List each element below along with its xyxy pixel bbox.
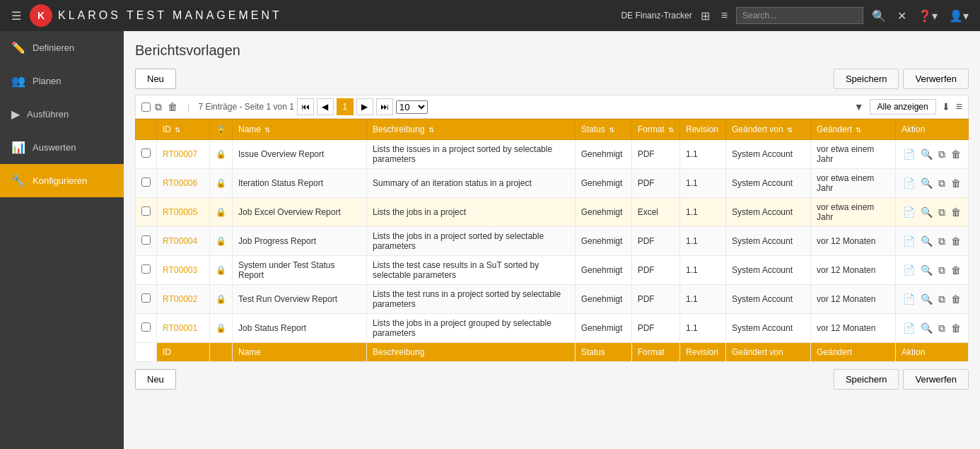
row-action-cell: 📄 🔍 ⧉ 🗑 <box>896 198 969 227</box>
grid-view-button[interactable]: ⊞ <box>698 6 713 25</box>
delete-button-RT00006[interactable]: 🗑 <box>950 176 962 190</box>
copy-button-RT00001[interactable]: ⧉ <box>937 321 947 336</box>
delete-button-RT00007[interactable]: 🗑 <box>950 147 962 161</box>
download-button-RT00003[interactable]: 📄 <box>902 263 916 277</box>
row-checkbox-cell <box>136 140 157 169</box>
table-footer-row: ID Name Beschreibung Status Format Revis… <box>136 343 969 362</box>
row-changed-cell: vor etwa einem Jahr <box>811 140 896 169</box>
row-checkbox-RT00004[interactable] <box>141 235 151 245</box>
col-header-status[interactable]: Status ⇅ <box>575 119 631 140</box>
copy-button-RT00005[interactable]: ⧉ <box>937 205 947 220</box>
row-revision-cell: 1.1 <box>680 198 726 227</box>
copy-all-button[interactable]: ⧉ <box>153 100 163 115</box>
sidebar-item-planen[interactable]: 👥 Planen <box>0 64 124 98</box>
pagination-right: ▼ Alle anzeigen ⬇ ≡ <box>854 99 962 115</box>
table-row: RT00005 🔒 Job Excel Overview Report List… <box>136 198 969 227</box>
sidebar-item-konfigurieren[interactable]: 🔧 Konfigurieren <box>0 164 124 197</box>
col-header-revision[interactable]: Revision <box>680 119 726 140</box>
copy-button-RT00003[interactable]: ⧉ <box>937 263 947 278</box>
col-header-format[interactable]: Format ⇅ <box>631 119 679 140</box>
delete-button-RT00004[interactable]: 🗑 <box>950 234 962 248</box>
col-header-action: Aktion <box>896 119 969 140</box>
delete-button-RT00001[interactable]: 🗑 <box>950 321 962 335</box>
new-button[interactable]: Neu <box>135 69 176 89</box>
col-header-description[interactable]: Beschreibung ⇅ <box>367 119 576 140</box>
user-menu-button[interactable]: 👤▾ <box>946 6 972 25</box>
download-button-RT00004[interactable]: 📄 <box>902 234 916 248</box>
copy-button-RT00006[interactable]: ⧉ <box>937 176 947 191</box>
new-button-bottom[interactable]: Neu <box>135 369 176 390</box>
last-page-button[interactable]: ⏭ <box>376 98 393 115</box>
hamburger-menu-button[interactable]: ☰ <box>8 6 24 25</box>
copy-button-RT00002[interactable]: ⧉ <box>937 292 947 307</box>
first-page-button[interactable]: ⏮ <box>297 98 314 115</box>
row-id-link-RT00001[interactable]: RT00001 <box>163 323 197 333</box>
col-header-changed-by[interactable]: Geändert von ⇅ <box>726 119 811 140</box>
preview-button-RT00001[interactable]: 🔍 <box>919 321 934 335</box>
delete-button-RT00003[interactable]: 🗑 <box>950 263 962 277</box>
preview-button-RT00002[interactable]: 🔍 <box>919 292 934 306</box>
download-button-RT00006[interactable]: 📄 <box>902 176 916 190</box>
row-checkbox-RT00002[interactable] <box>141 293 151 303</box>
row-checkbox-RT00007[interactable] <box>141 148 151 158</box>
preview-button-RT00006[interactable]: 🔍 <box>919 176 934 190</box>
search-input[interactable] <box>736 7 863 24</box>
search-button[interactable]: 🔍 <box>869 6 889 25</box>
row-id-link-RT00006[interactable]: RT00006 <box>163 178 197 188</box>
col-header-lock: 🔒 <box>210 119 233 140</box>
copy-button-RT00004[interactable]: ⧉ <box>937 234 947 249</box>
discard-button[interactable]: Verwerfen <box>903 69 969 89</box>
row-checkbox-RT00001[interactable] <box>141 322 151 332</box>
show-all-button[interactable]: Alle anzeigen <box>870 99 936 115</box>
row-revision-cell: 1.1 <box>680 285 726 314</box>
list-view-button[interactable]: ≡ <box>718 6 730 25</box>
copy-button-RT00007[interactable]: ⧉ <box>937 147 947 162</box>
row-checkbox-RT00005[interactable] <box>141 206 151 216</box>
download-button-RT00007[interactable]: 📄 <box>902 147 916 161</box>
export-button[interactable]: ⬇ <box>942 101 950 112</box>
preview-button-RT00007[interactable]: 🔍 <box>919 147 934 161</box>
col-header-name[interactable]: Name ⇅ <box>233 119 367 140</box>
col-header-changed[interactable]: Geändert ⇅ <box>811 119 896 140</box>
current-page-button[interactable]: 1 <box>337 98 354 115</box>
prev-page-button[interactable]: ◀ <box>317 98 334 115</box>
sidebar-item-ausfuehren[interactable]: ▶ Ausführen <box>0 98 124 131</box>
preview-button-RT00005[interactable]: 🔍 <box>919 205 934 219</box>
row-checkbox-RT00003[interactable] <box>141 264 151 274</box>
row-revision-cell: 1.1 <box>680 227 726 256</box>
delete-all-button[interactable]: 🗑 <box>166 100 179 114</box>
per-page-select[interactable]: 10 25 50 100 <box>396 100 428 114</box>
download-button-RT00002[interactable]: 📄 <box>902 292 916 306</box>
row-id-link-RT00003[interactable]: RT00003 <box>163 265 197 275</box>
row-changed-cell: vor 12 Monaten <box>811 256 896 285</box>
row-changed-by-cell: System Account <box>726 314 811 343</box>
download-button-RT00001[interactable]: 📄 <box>902 321 916 335</box>
next-page-button[interactable]: ▶ <box>356 98 373 115</box>
download-button-RT00005[interactable]: 📄 <box>902 205 916 219</box>
sidebar-item-auswerten[interactable]: 📊 Auswerten <box>0 131 124 164</box>
sidebar-item-definieren[interactable]: ✏️ Definieren <box>0 31 124 64</box>
footer-checkbox-cell <box>136 343 157 362</box>
columns-button[interactable]: ≡ <box>956 100 962 113</box>
row-checkbox-RT00006[interactable] <box>141 177 151 187</box>
footer-name-cell: Name <box>233 343 367 362</box>
select-all-checkbox[interactable] <box>141 103 151 112</box>
delete-button-RT00005[interactable]: 🗑 <box>950 205 962 219</box>
help-button[interactable]: ❓▾ <box>915 6 940 25</box>
row-id-link-RT00005[interactable]: RT00005 <box>163 207 197 217</box>
col-header-id[interactable]: ID ⇅ <box>157 119 210 140</box>
preview-button-RT00004[interactable]: 🔍 <box>919 234 934 248</box>
lock-col-icon: 🔒 <box>216 124 226 134</box>
row-id-link-RT00007[interactable]: RT00007 <box>163 149 197 159</box>
save-button-bottom[interactable]: Speichern <box>834 369 899 390</box>
row-id-link-RT00002[interactable]: RT00002 <box>163 294 197 304</box>
preview-button-RT00003[interactable]: 🔍 <box>919 263 934 277</box>
delete-button-RT00002[interactable]: 🗑 <box>950 292 962 306</box>
save-button[interactable]: Speichern <box>834 69 899 89</box>
clear-search-button[interactable]: ✕ <box>894 6 909 25</box>
sidebar-item-label-auswerten: Auswerten <box>33 142 76 153</box>
row-id-link-RT00004[interactable]: RT00004 <box>163 236 197 246</box>
row-lock-cell: 🔒 <box>210 140 233 169</box>
row-changed-cell: vor etwa einem Jahr <box>811 198 896 227</box>
discard-button-bottom[interactable]: Verwerfen <box>903 369 969 390</box>
